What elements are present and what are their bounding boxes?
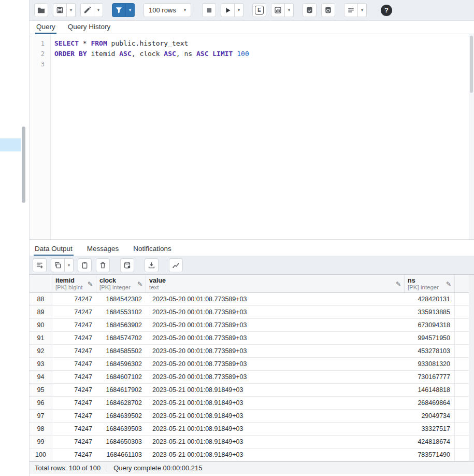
tab-query-history[interactable]: Query History <box>67 21 112 34</box>
tab-messages[interactable]: Messages <box>86 243 120 256</box>
cell-itemid[interactable]: 74247 <box>52 332 96 344</box>
cell-clock[interactable]: 1684585502 <box>96 345 146 357</box>
cell-itemid[interactable]: 74247 <box>52 293 96 305</box>
cell-value[interactable]: 2023-05-20 00:01:08.773589+03 <box>146 345 405 357</box>
cell-value[interactable]: 2023-05-21 00:01:08.91849+03 <box>146 384 405 396</box>
edit-dropdown-button[interactable]: ▾ <box>94 3 103 17</box>
delete-row-button[interactable] <box>96 258 110 272</box>
row-number-cell[interactable]: 99 <box>30 436 52 448</box>
save-dropdown-button[interactable]: ▾ <box>67 3 76 17</box>
cell-ns[interactable]: 453278103 <box>405 345 455 357</box>
cell-ns[interactable]: 146148818 <box>405 384 455 396</box>
cell-itemid[interactable]: 74247 <box>52 449 96 461</box>
cell-itemid[interactable]: 74247 <box>52 345 96 357</box>
cell-itemid[interactable]: 74247 <box>52 423 96 435</box>
macros-button[interactable] <box>344 3 358 17</box>
cell-itemid[interactable]: 74247 <box>52 436 96 448</box>
cell-itemid[interactable]: 74247 <box>52 371 96 383</box>
cell-clock[interactable]: 1684574702 <box>96 332 146 344</box>
cell-clock[interactable]: 1684542302 <box>96 293 146 305</box>
cell-clock[interactable]: 1684553102 <box>96 306 146 318</box>
column-header-itemid[interactable]: itemid [PK] bigint ✎ <box>52 275 96 292</box>
help-button[interactable]: ? <box>381 5 392 16</box>
download-csv-button[interactable] <box>145 258 159 272</box>
cell-value[interactable]: 2023-05-20 00:01:08.773589+03 <box>146 371 405 383</box>
cell-itemid[interactable]: 74247 <box>52 306 96 318</box>
table-row[interactable]: 927424716845855022023-05-20 00:01:08.773… <box>30 345 469 358</box>
row-number-cell[interactable]: 95 <box>30 384 52 396</box>
cell-value[interactable]: 2023-05-20 00:01:08.773589+03 <box>146 319 405 331</box>
cell-ns[interactable]: 424818674 <box>405 436 455 448</box>
row-number-cell[interactable]: 89 <box>30 306 52 318</box>
cell-ns[interactable]: 673094318 <box>405 319 455 331</box>
column-header-value[interactable]: value text ✎ <box>146 275 405 292</box>
paste-button[interactable] <box>78 258 92 272</box>
cell-itemid[interactable]: 74247 <box>52 319 96 331</box>
open-file-button[interactable] <box>34 3 48 17</box>
cell-value[interactable]: 2023-05-21 00:01:08.91849+03 <box>146 397 405 409</box>
save-button[interactable] <box>53 3 67 17</box>
row-number-cell[interactable]: 97 <box>30 410 52 422</box>
cell-ns[interactable]: 730167777 <box>405 371 455 383</box>
cell-value[interactable]: 2023-05-20 00:01:08.773589+03 <box>146 293 405 305</box>
cell-ns[interactable]: 783571490 <box>405 449 455 461</box>
cell-clock[interactable]: 1684617902 <box>96 384 146 396</box>
cell-clock[interactable]: 1684563902 <box>96 319 146 331</box>
row-limit-select[interactable]: 100 rows ▾ <box>143 3 191 17</box>
cell-clock[interactable]: 1684639502 <box>96 410 146 422</box>
commit-button[interactable] <box>303 3 317 17</box>
save-data-button[interactable] <box>120 258 134 272</box>
row-number-cell[interactable]: 94 <box>30 371 52 383</box>
explain-button[interactable]: E <box>252 3 266 17</box>
explain-analyze-dropdown-button[interactable]: ▾ <box>285 3 294 17</box>
row-number-cell[interactable]: 100 <box>30 449 52 461</box>
cell-itemid[interactable]: 74247 <box>52 397 96 409</box>
table-row[interactable]: 997424716846503032023-05-21 00:01:08.918… <box>30 436 469 449</box>
edit-pencil-icon[interactable]: ✎ <box>135 281 142 288</box>
table-row[interactable]: 977424716846395022023-05-21 00:01:08.918… <box>30 410 469 423</box>
table-row[interactable]: 897424716845531022023-05-20 00:01:08.773… <box>30 306 469 319</box>
row-number-cell[interactable]: 93 <box>30 358 52 370</box>
table-row[interactable]: 917424716845747022023-05-20 00:01:08.773… <box>30 332 469 345</box>
sql-code-line[interactable]: SELECT * FROM public.history_text <box>54 38 468 49</box>
row-number-cell[interactable]: 96 <box>30 397 52 409</box>
cell-ns[interactable]: 335913885 <box>405 306 455 318</box>
cell-value[interactable]: 2023-05-20 00:01:08.773589+03 <box>146 306 405 318</box>
sql-code-line[interactable] <box>54 59 468 69</box>
table-row[interactable]: 957424716846179022023-05-21 00:01:08.918… <box>30 384 469 397</box>
add-row-button[interactable] <box>33 258 47 272</box>
cell-itemid[interactable]: 74247 <box>52 410 96 422</box>
table-row[interactable]: 967424716846287022023-05-21 00:01:08.918… <box>30 397 469 410</box>
graph-visualiser-button[interactable] <box>169 258 183 272</box>
table-row[interactable]: 907424716845639022023-05-20 00:01:08.773… <box>30 319 469 332</box>
tab-query[interactable]: Query <box>35 21 56 34</box>
row-number-cell[interactable]: 92 <box>30 345 52 357</box>
edit-pencil-icon[interactable]: ✎ <box>85 281 93 288</box>
left-panel-scrollbar[interactable] <box>22 127 25 203</box>
cell-value[interactable]: 2023-05-20 00:01:08.773589+03 <box>146 358 405 370</box>
explain-analyze-button[interactable] <box>271 3 285 17</box>
cell-ns[interactable]: 268469864 <box>405 397 455 409</box>
cell-ns[interactable]: 428420131 <box>405 293 455 305</box>
cell-value[interactable]: 2023-05-21 00:01:08.91849+03 <box>146 436 405 448</box>
row-number-cell[interactable]: 91 <box>30 332 52 344</box>
cell-clock[interactable]: 1684607102 <box>96 371 146 383</box>
table-row[interactable]: 947424716846071022023-05-20 00:01:08.773… <box>30 371 469 384</box>
edit-pencil-icon[interactable]: ✎ <box>444 281 451 288</box>
edit-button[interactable] <box>80 3 94 17</box>
cell-ns[interactable]: 29049734 <box>405 410 455 422</box>
row-number-cell[interactable]: 98 <box>30 423 52 435</box>
cell-clock[interactable]: 1684661103 <box>96 449 146 461</box>
rollback-button[interactable] <box>321 3 335 17</box>
row-number-cell[interactable]: 88 <box>30 293 52 305</box>
table-row[interactable]: 887424716845423022023-05-20 00:01:08.773… <box>30 293 469 306</box>
stop-button[interactable] <box>202 3 216 17</box>
execute-dropdown-button[interactable]: ▾ <box>235 3 243 17</box>
cell-clock[interactable]: 1684650303 <box>96 436 146 448</box>
filter-button[interactable] <box>112 3 126 17</box>
cell-ns[interactable]: 933081320 <box>405 358 455 370</box>
cell-value[interactable]: 2023-05-21 00:01:08.91849+03 <box>146 423 405 435</box>
copy-dropdown-button[interactable]: ▾ <box>65 258 74 272</box>
table-row[interactable]: 1007424716846611032023-05-21 00:01:08.91… <box>30 449 469 461</box>
row-number-cell[interactable]: 90 <box>30 319 52 331</box>
